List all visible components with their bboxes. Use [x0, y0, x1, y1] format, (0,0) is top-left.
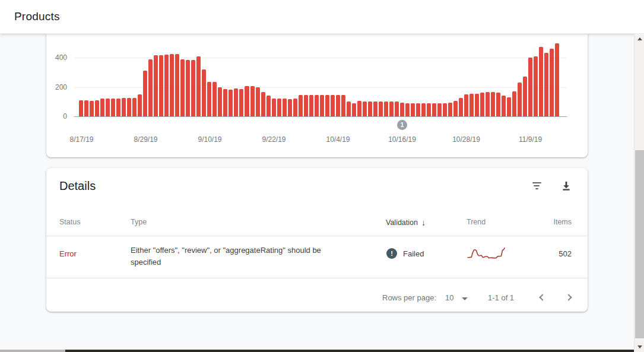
chart-bar[interactable]: [325, 95, 329, 116]
chart-bar[interactable]: [528, 58, 532, 116]
previous-page-icon[interactable]: [539, 294, 545, 300]
chart-annotation-badge[interactable]: 1: [397, 120, 407, 130]
chart-bar[interactable]: [384, 102, 388, 116]
chart-bar[interactable]: [212, 82, 217, 116]
chart-bar[interactable]: [357, 101, 361, 116]
chart-bar[interactable]: [475, 94, 479, 116]
chart-bar[interactable]: [293, 99, 297, 116]
chart-bar[interactable]: [363, 102, 367, 116]
bar-chart-area[interactable]: [79, 42, 560, 116]
chart-bar[interactable]: [336, 95, 340, 116]
scroll-down-icon[interactable]: [635, 342, 644, 352]
chart-bar[interactable]: [202, 69, 206, 116]
chart-bar[interactable]: [331, 95, 335, 116]
chart-bar[interactable]: [111, 99, 115, 116]
chart-bar[interactable]: [229, 90, 233, 116]
chart-bar[interactable]: [207, 82, 211, 116]
vertical-scrollbar[interactable]: [634, 34, 644, 352]
chart-bar[interactable]: [368, 102, 372, 116]
chart-bar[interactable]: [239, 89, 243, 116]
chart-bar[interactable]: [100, 99, 104, 116]
chart-bar[interactable]: [459, 98, 463, 116]
chart-bar[interactable]: [341, 95, 345, 116]
dropdown-caret-icon[interactable]: [462, 297, 468, 300]
chart-bar[interactable]: [432, 103, 436, 116]
column-header-items[interactable]: Items: [512, 218, 572, 226]
chart-bar[interactable]: [218, 87, 222, 117]
chart-bar[interactable]: [191, 60, 195, 116]
chart-bar[interactable]: [320, 95, 324, 116]
chart-bar[interactable]: [261, 92, 265, 116]
chart-bar[interactable]: [544, 53, 548, 116]
chart-bar[interactable]: [400, 103, 404, 117]
chart-bar[interactable]: [170, 54, 174, 116]
chart-bar[interactable]: [309, 95, 313, 116]
chart-bar[interactable]: [256, 87, 260, 116]
chart-bar[interactable]: [143, 71, 147, 116]
chart-bar[interactable]: [464, 94, 468, 116]
chart-bar[interactable]: [411, 103, 415, 116]
chart-bar[interactable]: [122, 98, 126, 116]
chart-bar[interactable]: [512, 91, 516, 116]
chart-bar[interactable]: [159, 55, 163, 116]
chart-bar[interactable]: [427, 103, 431, 116]
chart-bar[interactable]: [250, 86, 255, 116]
chart-bar[interactable]: [550, 49, 554, 116]
chart-bar[interactable]: [373, 102, 377, 116]
chart-bar[interactable]: [448, 103, 452, 117]
chart-bar[interactable]: [180, 59, 185, 117]
chart-bar[interactable]: [95, 100, 99, 116]
chart-bar[interactable]: [288, 99, 292, 116]
scrollbar-thumb[interactable]: [635, 150, 644, 338]
chart-bar[interactable]: [164, 55, 169, 116]
chart-bar[interactable]: [496, 93, 500, 116]
chart-bar[interactable]: [90, 101, 94, 116]
chart-bar[interactable]: [539, 47, 543, 116]
chart-bar[interactable]: [315, 95, 319, 116]
chart-bar[interactable]: [196, 56, 201, 117]
chart-bar[interactable]: [352, 103, 356, 116]
chart-bar[interactable]: [491, 92, 495, 116]
chart-bar[interactable]: [507, 97, 511, 116]
chart-bar[interactable]: [148, 59, 153, 117]
chart-bar[interactable]: [79, 100, 83, 116]
chart-bar[interactable]: [379, 102, 383, 116]
chart-bar[interactable]: [106, 99, 110, 116]
chart-bar[interactable]: [486, 92, 490, 116]
chart-bar[interactable]: [534, 56, 538, 116]
chart-bar[interactable]: [502, 96, 506, 116]
chart-bar[interactable]: [518, 83, 522, 116]
next-page-icon[interactable]: [565, 294, 572, 300]
chart-bar[interactable]: [555, 43, 559, 116]
chart-bar[interactable]: [272, 99, 276, 116]
chart-bar[interactable]: [234, 88, 238, 116]
chart-bar[interactable]: [453, 101, 458, 116]
chart-bar[interactable]: [267, 96, 271, 116]
chart-bar[interactable]: [480, 93, 484, 116]
chart-bar[interactable]: [347, 102, 351, 116]
chart-bar[interactable]: [523, 77, 527, 116]
download-icon[interactable]: [560, 180, 572, 192]
chart-bar[interactable]: [304, 95, 308, 116]
chart-bar[interactable]: [416, 103, 420, 116]
chart-bar[interactable]: [389, 102, 394, 116]
chart-bar[interactable]: [175, 54, 179, 116]
scroll-up-icon[interactable]: [635, 34, 644, 44]
chart-bar[interactable]: [84, 100, 88, 116]
chart-bar[interactable]: [138, 94, 142, 116]
chart-bar[interactable]: [437, 103, 442, 116]
chart-bar[interactable]: [154, 55, 158, 116]
column-header-status[interactable]: Status: [59, 218, 80, 226]
chart-bar[interactable]: [132, 98, 137, 116]
chart-bar[interactable]: [127, 98, 131, 116]
chart-bar[interactable]: [245, 86, 249, 116]
chart-bar[interactable]: [469, 94, 474, 116]
chart-bar[interactable]: [443, 103, 447, 116]
column-header-type[interactable]: Type: [131, 218, 147, 226]
column-header-validation[interactable]: Validation ↓: [386, 218, 426, 227]
chart-bar[interactable]: [277, 99, 281, 116]
chart-bar[interactable]: [405, 103, 410, 116]
chart-bar[interactable]: [116, 99, 120, 116]
chart-bar[interactable]: [223, 89, 227, 116]
filter-icon[interactable]: [531, 180, 543, 192]
